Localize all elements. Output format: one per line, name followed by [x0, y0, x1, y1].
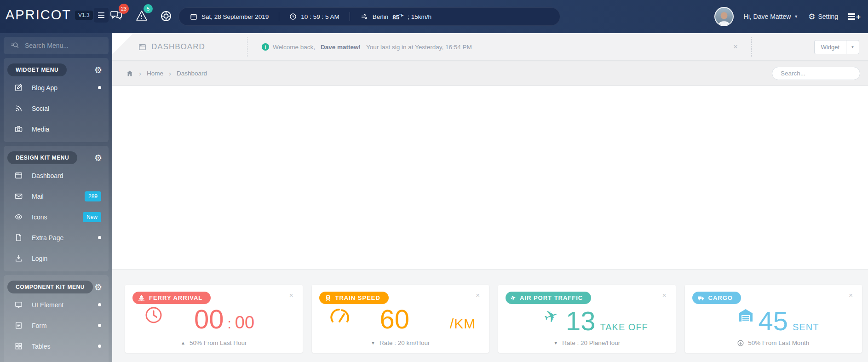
sidebar-item-login[interactable]: Login	[4, 248, 109, 269]
divider	[751, 37, 752, 57]
plane-icon: ✈	[541, 305, 561, 328]
weather-segment: Berlin 85°F ; 15km/h	[360, 13, 431, 21]
support-wheel-icon[interactable]	[160, 10, 172, 24]
plane-icon: ✈	[510, 294, 517, 302]
sidebar-item-ui-element[interactable]: UI Element	[4, 294, 109, 315]
down-triangle-icon: ▼	[371, 340, 375, 345]
card-value: 00 : 00	[194, 306, 254, 333]
divider	[247, 37, 247, 57]
user-menu[interactable]: Hi, Dave Mattew ▼	[744, 13, 799, 20]
sidebar-item-tables[interactable]: Tables	[4, 336, 109, 356]
login-icon	[14, 254, 23, 263]
chevron-down-icon: ▼	[794, 14, 798, 19]
clock-icon	[289, 13, 297, 20]
eye-icon	[14, 213, 23, 221]
sidebar-search-input[interactable]	[25, 42, 98, 49]
close-alert-button[interactable]: ×	[729, 33, 742, 61]
section-label: COMPONENT KIT MENU	[7, 281, 93, 293]
wind-icon	[360, 13, 368, 20]
time-text: 10 : 59 : 5 AM	[301, 13, 339, 20]
content-search-input[interactable]	[772, 67, 860, 80]
new-badge: New	[83, 212, 101, 222]
breadcrumb-home[interactable]: Home	[147, 70, 163, 77]
user-greeting: Hi, Dave Mattew	[744, 13, 791, 20]
stats-band: FERRY ARRIVAL × 00 : 00 ▲ 50% From Last …	[112, 269, 868, 362]
settings-label: Setting	[818, 13, 838, 20]
app-version-badge: V1.3	[75, 11, 93, 20]
main-content: DASHBOARD i Welcome back, Dave mattew! Y…	[112, 33, 868, 362]
settings-button[interactable]: ⚙ Setting	[808, 12, 838, 22]
plus-icon: +	[856, 13, 861, 21]
sidebar-item-form[interactable]: Form	[4, 315, 109, 336]
add-menu-button[interactable]: +	[848, 13, 861, 21]
date-text: Sat, 28 September 2019	[201, 13, 269, 20]
weather-wind: ; 15km/h	[408, 13, 431, 20]
sidebar-section-design-kit: DESIGN KIT MENU ⚙ Dashboard Mail 289	[4, 146, 109, 271]
card-title-pill: CARGO	[692, 292, 741, 304]
sidebar: WIDGET MENU ⚙ Blog App Social	[0, 33, 112, 362]
page-title: DASHBOARD	[138, 33, 205, 61]
gear-icon[interactable]: ⚙	[94, 153, 102, 163]
window-icon	[14, 171, 23, 180]
info-icon: i	[262, 43, 269, 51]
alerts-count-badge[interactable]: 5	[144, 4, 153, 13]
up-triangle-icon: ▲	[181, 340, 185, 345]
sidebar-item-icons[interactable]: Icons New	[4, 207, 109, 227]
window-icon	[138, 43, 147, 52]
sidebar-item-extra-page[interactable]: Extra Page	[4, 227, 109, 248]
section-label: WIDGET MENU	[7, 63, 67, 76]
widget-button[interactable]: Widget ▼	[814, 40, 859, 54]
close-icon[interactable]: ×	[847, 289, 855, 301]
sidebar-item-dashboard[interactable]: Dashboard	[4, 165, 109, 186]
search-menu-icon	[10, 41, 19, 50]
envelope-icon	[14, 192, 23, 201]
calendar-icon	[190, 13, 197, 20]
card-value: 45 SENT	[759, 308, 819, 334]
user-avatar[interactable]	[714, 7, 734, 26]
weather-temp: 85	[392, 13, 399, 20]
submenu-dot	[98, 86, 101, 89]
ferry-arrival-card: FERRY ARRIVAL × 00 : 00 ▲ 50% From Last …	[125, 285, 303, 353]
time-segment: 10 : 59 : 5 AM	[289, 13, 339, 20]
corner-fold	[112, 33, 133, 54]
clock-icon	[144, 306, 163, 326]
ferry-icon	[138, 294, 145, 302]
sidebar-item-social[interactable]: Social	[4, 98, 109, 119]
weather-city: Berlin	[373, 13, 389, 20]
cargo-card: CARGO × 45 SENT 50% From Last Mont	[685, 285, 862, 353]
sidebar-section-widget-menu: WIDGET MENU ⚙ Blog App Social	[4, 58, 109, 142]
file-icon	[14, 233, 23, 242]
sidebar-search	[4, 37, 109, 54]
close-icon[interactable]: ×	[474, 289, 482, 301]
warehouse-icon	[737, 308, 754, 324]
datetime-weather-bar: Sat, 28 September 2019 10 : 59 : 5 AM Be…	[178, 7, 560, 26]
edit-square-icon	[14, 83, 23, 92]
breadcrumb-bar: › Home › Dashboard	[112, 61, 868, 86]
sidebar-item-media[interactable]: Media	[4, 119, 109, 139]
card-footer: 50% From Last Month	[685, 339, 862, 346]
gear-icon[interactable]: ⚙	[94, 282, 102, 293]
close-icon[interactable]: ×	[661, 289, 668, 301]
camera-icon	[14, 125, 23, 133]
sidebar-toggle-button[interactable]	[94, 8, 109, 23]
card-value: 60 /KM	[380, 306, 476, 333]
card-value: 13 TAKE OFF	[566, 308, 648, 334]
card-footer: ▼ Rate : 20 Plane/Hour	[498, 339, 676, 346]
submenu-dot	[98, 303, 101, 306]
sidebar-item-map[interactable]: Map	[4, 356, 109, 362]
truck-icon	[697, 294, 705, 302]
sidebar-item-blog-app[interactable]: Blog App	[4, 77, 109, 98]
grid-icon	[14, 342, 23, 351]
messages-count-badge[interactable]: 23	[119, 4, 129, 14]
chevron-down-icon[interactable]: ▼	[846, 40, 859, 54]
menu-lines-icon	[848, 13, 855, 20]
sidebar-item-mail[interactable]: Mail 289	[4, 186, 109, 207]
gear-icon[interactable]: ⚙	[94, 65, 102, 75]
top-navbar: APRICOT V1.3 23 5 Sat, 28 September 2019	[0, 0, 868, 33]
close-icon[interactable]: ×	[287, 289, 295, 301]
submenu-dot	[98, 236, 101, 239]
monitor-icon	[14, 300, 23, 309]
section-label: DESIGN KIT MENU	[7, 151, 77, 164]
home-icon[interactable]	[126, 70, 133, 77]
app-logo-text: APRICOT	[6, 7, 71, 23]
